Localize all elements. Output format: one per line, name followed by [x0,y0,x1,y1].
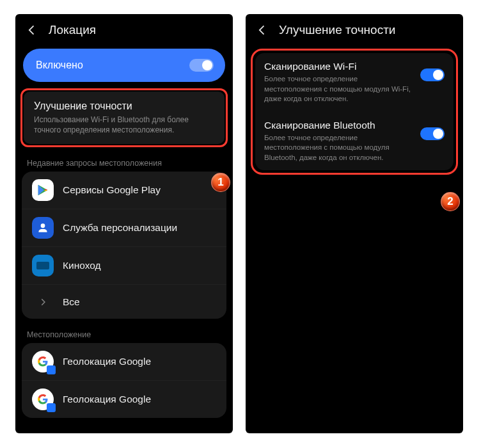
improve-accuracy-item[interactable]: Улучшение точности Использование Wi-Fi и… [24,92,225,144]
page-title: Улучшение точности [279,23,395,37]
wifi-subtitle: Более точное определение местоположения … [264,74,414,104]
callout-badge-2: 2 [441,192,460,211]
app-label: Сервисы Google Play [63,184,161,196]
app-row-google-play-services[interactable]: Сервисы Google Play [22,172,226,209]
app-label: Служба персонализации [63,222,177,234]
header: Локация [15,14,233,49]
enabled-label: Включено [36,60,83,71]
app-label: Киноход [63,260,101,271]
google-location-icon [32,351,54,372]
enabled-toggle[interactable] [189,59,214,72]
phone-accuracy-screen: Улучшение точности Сканирование Wi-Fi Бо… [246,14,463,433]
app-row-all[interactable]: Все [22,284,226,319]
bt-title: Сканирование Bluetooth [264,120,414,131]
bluetooth-scanning-row[interactable]: Сканирование Bluetooth Более точное опре… [255,112,453,171]
svg-point-0 [41,224,45,228]
scanning-highlight: Сканирование Wi-Fi Более точное определе… [251,49,458,175]
all-label: Все [63,296,80,308]
bt-subtitle: Более точное определение местоположения … [264,133,414,163]
back-icon[interactable] [256,24,269,36]
google-location-icon [32,388,54,410]
geo-label: Геолокация Google [63,394,151,405]
app-row-kinohod[interactable]: Киноход [22,246,226,284]
kinohod-icon [32,255,54,276]
recent-apps-list: Сервисы Google Play Служба персонализаци… [22,172,226,319]
back-icon[interactable] [26,24,38,36]
improve-title: Улучшение точности [34,100,214,112]
improve-accuracy-highlight: Улучшение точности Использование Wi-Fi и… [20,88,228,147]
wifi-scanning-row[interactable]: Сканирование Wi-Fi Более точное определе… [255,53,453,112]
recent-requests-header: Недавние запросы местоположения [15,154,233,172]
app-row-personalization[interactable]: Служба персонализации [22,209,226,246]
geo-row-google-1[interactable]: Геолокация Google [22,343,226,380]
personalization-icon [32,217,54,239]
location-pin-badge-icon [47,403,56,412]
wifi-toggle[interactable] [420,68,445,81]
location-services-list: Геолокация Google Геолокация Google [22,343,226,418]
location-section-header: Местоположение [15,325,233,343]
geo-label: Геолокация Google [63,356,151,367]
callout-badge-1: 1 [211,173,230,192]
wifi-title: Сканирование Wi-Fi [264,61,414,72]
location-enabled-toggle-row[interactable]: Включено [23,49,225,82]
header: Улучшение точности [246,14,463,49]
chevron-right-icon [32,298,54,307]
bluetooth-toggle[interactable] [420,127,445,140]
google-play-services-icon [32,179,54,201]
page-title: Локация [49,23,96,37]
geo-row-google-2[interactable]: Геолокация Google [22,380,226,418]
location-pin-badge-icon [47,365,56,374]
improve-subtitle: Использование Wi-Fi и Bluetooth для боле… [34,115,214,135]
phone-location-screen: Локация Включено Улучшение точности Испо… [15,14,233,433]
